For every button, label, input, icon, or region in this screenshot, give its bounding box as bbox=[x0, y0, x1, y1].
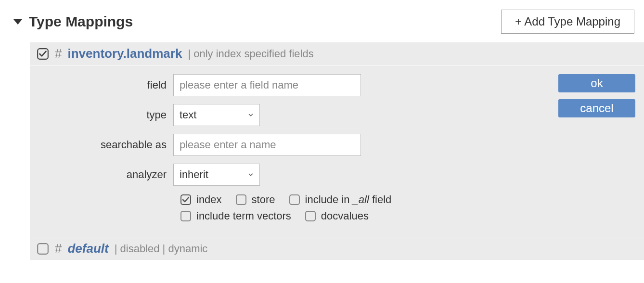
type-label: type bbox=[39, 109, 173, 121]
checkbox-empty-icon bbox=[289, 194, 300, 206]
searchable-as-label: searchable as bbox=[39, 139, 173, 151]
mapping-meta: | only index specified fields bbox=[188, 48, 313, 60]
checkbox-empty-icon[interactable] bbox=[37, 243, 49, 255]
searchable-as-input[interactable] bbox=[173, 134, 361, 156]
field-form-panel: field type text searchable as analyzer bbox=[30, 65, 644, 237]
checkbox-label: include in _all field bbox=[305, 193, 392, 206]
add-type-mapping-button[interactable]: + Add Type Mapping bbox=[501, 10, 634, 34]
section-title: Type Mappings bbox=[29, 13, 133, 30]
checkbox-empty-icon bbox=[305, 210, 316, 222]
include-in-all-checkbox[interactable]: include in _all field bbox=[289, 193, 392, 206]
hash-icon: # bbox=[55, 46, 62, 61]
checkbox-label: store bbox=[252, 193, 275, 206]
checkbox-checked-icon bbox=[180, 194, 192, 206]
svg-rect-2 bbox=[236, 195, 246, 205]
field-label: field bbox=[39, 79, 173, 91]
svg-rect-4 bbox=[181, 211, 191, 221]
checkbox-empty-icon bbox=[180, 210, 192, 222]
mapping-name[interactable]: default bbox=[67, 241, 108, 256]
mapping-row-inventory[interactable]: # inventory.landmark | only index specif… bbox=[30, 42, 644, 65]
field-name-input[interactable] bbox=[173, 74, 361, 96]
type-select[interactable]: text bbox=[173, 104, 260, 126]
analyzer-label: analyzer bbox=[39, 168, 173, 181]
mapping-meta: | disabled | dynamic bbox=[115, 243, 208, 255]
checkbox-checked-icon[interactable] bbox=[37, 48, 49, 60]
ok-button[interactable]: ok bbox=[558, 74, 635, 92]
mapping-name[interactable]: inventory.landmark bbox=[67, 46, 182, 61]
caret-down-icon bbox=[13, 19, 22, 25]
mapping-row-default[interactable]: # default | disabled | dynamic bbox=[30, 237, 644, 260]
svg-rect-3 bbox=[290, 195, 299, 205]
svg-rect-5 bbox=[306, 211, 315, 221]
checkbox-label: include term vectors bbox=[196, 210, 291, 222]
include-term-vectors-checkbox[interactable]: include term vectors bbox=[180, 210, 291, 222]
svg-rect-6 bbox=[38, 244, 48, 254]
checkbox-label: docvalues bbox=[321, 210, 369, 222]
analyzer-select[interactable]: inherit bbox=[173, 164, 260, 186]
checkbox-empty-icon bbox=[235, 194, 247, 206]
cancel-button[interactable]: cancel bbox=[558, 99, 635, 117]
index-checkbox[interactable]: index bbox=[180, 193, 222, 206]
section-header[interactable]: Type Mappings bbox=[13, 13, 133, 30]
hash-icon: # bbox=[55, 241, 62, 256]
docvalues-checkbox[interactable]: docvalues bbox=[305, 210, 369, 222]
store-checkbox[interactable]: store bbox=[235, 193, 275, 206]
checkbox-label: index bbox=[196, 193, 222, 206]
